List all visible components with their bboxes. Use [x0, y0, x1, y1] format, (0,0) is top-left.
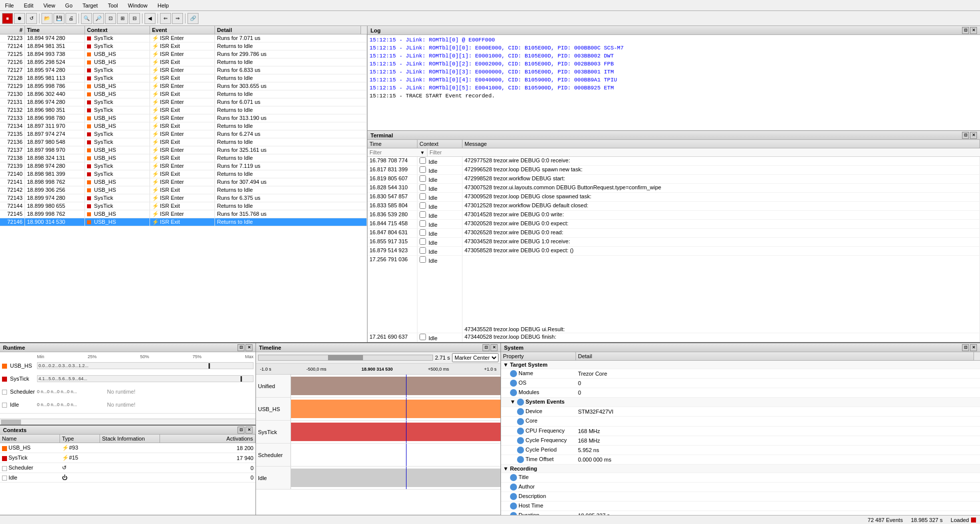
menu-go[interactable]: Go [62, 1, 76, 9]
contexts-table-body[interactable]: USB_HS ⚡#93 18 200 SysTick ⚡#15 17 940 S… [0, 443, 256, 515]
tcell-checkbox[interactable] [420, 256, 426, 263]
table-row[interactable]: 72139 18.898 974 280 SysTick ⚡ISR Enter … [0, 162, 367, 170]
sys-col-header-detail[interactable]: Detail [576, 352, 974, 360]
sys-row[interactable]: ▼ Recording [501, 465, 980, 473]
table-row[interactable]: 72126 18.895 298 524 USB_HS ⚡ISR Exit Re… [0, 58, 367, 66]
terminal-close-btn[interactable]: ✕ [970, 132, 977, 139]
sys-row[interactable]: ▼ System Events [501, 398, 980, 407]
terminal-row[interactable]: 17.261 690 637 Idle 473440528 trezor.loo… [368, 333, 980, 342]
nav-fwd-button[interactable]: ⇒ [172, 13, 183, 24]
terminal-col-time[interactable]: Time [368, 140, 418, 148]
record-button[interactable]: ⏺ [14, 13, 25, 24]
table-row[interactable]: 72127 18.895 974 280 SysTick ⚡ISR Enter … [0, 66, 367, 74]
terminal-col-message[interactable]: Message [462, 140, 980, 148]
table-row[interactable]: 72133 18.896 998 780 USB_HS ⚡ISR Enter R… [0, 114, 367, 122]
terminal-row[interactable]: 16.798 708 774 Idle 472977528 trezor.wir… [368, 157, 980, 166]
col-header-detail[interactable]: Detail [215, 26, 361, 34]
table-row[interactable]: 72128 18.895 981 113 SysTick ⚡ISR Exit R… [0, 74, 367, 82]
table-row[interactable]: 72138 18.898 324 131 USB_HS ⚡ISR Exit Re… [0, 154, 367, 162]
nav-prev-button[interactable]: ◀ [144, 13, 156, 24]
log-detach-btn[interactable]: ⊡ [962, 27, 969, 34]
runtime-hscroll[interactable] [0, 419, 256, 425]
runtime-hscroll-thumb[interactable] [1, 420, 21, 425]
tcell-checkbox[interactable] [420, 211, 426, 218]
menu-target[interactable]: Target [80, 1, 101, 9]
terminal-row[interactable]: 16.817 831 399 Idle 472996528 trezor.loo… [368, 166, 980, 175]
terminal-body[interactable]: 16.798 708 774 Idle 472977528 trezor.wir… [368, 157, 980, 342]
table-row[interactable]: 72145 18.899 998 762 USB_HS ⚡ISR Enter R… [0, 210, 367, 218]
table-row[interactable]: 72136 18.897 980 548 SysTick ⚡ISR Exit R… [0, 138, 367, 146]
ctx-col-header-act[interactable]: Activations [160, 435, 256, 443]
timeline-scrollbar[interactable] [258, 355, 433, 361]
open-button[interactable]: 📂 [42, 13, 52, 24]
ctx-row[interactable]: SysTick ⚡#15 17 940 [0, 453, 256, 463]
sys-row[interactable]: ▼ Target System [501, 361, 980, 369]
system-close-btn[interactable]: ✕ [970, 344, 977, 351]
zoom-select-button[interactable]: ⊞ [117, 13, 128, 24]
log-content[interactable]: 15:12:15 - JLink: ROMTbl[0] @ E00FF00015… [368, 35, 980, 130]
event-table-body[interactable]: 72123 18.894 974 280 SysTick ⚡ISR Enter … [0, 34, 367, 342]
table-row[interactable]: 72134 18.897 311 970 USB_HS ⚡ISR Exit Re… [0, 122, 367, 130]
system-detach-btn[interactable]: ⊡ [962, 344, 969, 351]
terminal-detach-btn[interactable]: ⊡ [962, 132, 969, 139]
ctx-col-header-type[interactable]: Type [60, 435, 100, 443]
terminal-row[interactable]: 16.879 514 923 Idle 473058528 trezor.wir… [368, 247, 980, 256]
terminal-row[interactable]: 16.844 715 458 Idle 473020528 trezor.wir… [368, 220, 980, 229]
timeline-close-btn[interactable]: ✕ [490, 344, 498, 351]
ctx-col-header-name[interactable]: Name [0, 435, 60, 443]
menu-view[interactable]: View [40, 1, 58, 9]
save-button[interactable]: 💾 [54, 13, 64, 24]
terminal-col-context[interactable]: Context [418, 140, 462, 148]
ctx-col-header-stack[interactable]: Stack Information [100, 435, 160, 443]
tcell-checkbox[interactable] [420, 157, 426, 164]
zoom-in-button[interactable]: 🔍 [81, 13, 92, 24]
log-close-btn[interactable]: ✕ [970, 27, 977, 34]
table-row[interactable]: 72131 18.896 974 280 SysTick ⚡ISR Enter … [0, 98, 367, 106]
terminal-row[interactable]: 17.256 791 036 Idle 473435528 trezor.loo… [368, 256, 980, 333]
menu-help[interactable]: Help [154, 1, 172, 9]
table-row[interactable]: 72129 18.895 998 786 USB_HS ⚡ISR Enter R… [0, 82, 367, 90]
menu-file[interactable]: File [2, 1, 17, 9]
terminal-row[interactable]: 16.847 804 631 Idle 473026528 trezor.wir… [368, 229, 980, 238]
table-row[interactable]: 72142 18.899 306 256 USB_HS ⚡ISR Exit Re… [0, 186, 367, 194]
nav-back-button[interactable]: ⇐ [160, 13, 171, 24]
print-button[interactable]: 🖨 [66, 13, 76, 24]
col-header-time[interactable]: Time [25, 26, 85, 34]
tcell-checkbox[interactable] [420, 238, 426, 245]
terminal-row[interactable]: 16.819 805 607 Idle 472998528 trezor.wor… [368, 175, 980, 184]
table-row[interactable]: 72135 18.897 974 274 SysTick ⚡ISR Enter … [0, 130, 367, 138]
system-table-body[interactable]: ▼ Target System Name Trezor Core OS 0 Mo… [501, 361, 980, 521]
table-row[interactable]: 72132 18.896 980 351 SysTick ⚡ISR Exit R… [0, 106, 367, 114]
filter-dropdown-btn[interactable]: ▾ [418, 148, 428, 156]
sys-col-header-prop[interactable]: Property [501, 352, 576, 360]
tcell-checkbox[interactable] [420, 166, 426, 173]
refresh-button[interactable]: ↺ [26, 13, 37, 24]
terminal-row[interactable]: 16.836 539 280 Idle 473014528 trezor.wir… [368, 211, 980, 220]
tcell-checkbox[interactable] [420, 202, 426, 209]
ctx-row[interactable]: Scheduler ↺ 0 [0, 463, 256, 473]
table-row[interactable]: 72125 18.894 993 738 USB_HS ⚡ISR Enter R… [0, 50, 367, 58]
terminal-filter-message[interactable] [428, 148, 980, 156]
terminal-row[interactable]: 16.828 544 310 Idle 473007528 trezor.ui.… [368, 184, 980, 193]
tcell-checkbox[interactable] [420, 247, 426, 254]
table-row[interactable]: 72130 18.896 302 440 USB_HS ⚡ISR Exit Re… [0, 90, 367, 98]
zoom-fit-button[interactable]: ⊡ [105, 13, 116, 24]
table-row[interactable]: 72146 18.900 314 530 USB_HS ⚡ISR Exit Re… [0, 218, 367, 226]
table-row[interactable]: 72143 18.899 974 280 SysTick ⚡ISR Enter … [0, 194, 367, 202]
tcell-checkbox[interactable] [420, 193, 426, 200]
connect-button[interactable]: 🔗 [188, 13, 198, 24]
zoom-out-button[interactable]: 🔎 [93, 13, 104, 24]
tcell-checkbox[interactable] [420, 175, 426, 182]
zoom-all-button[interactable]: ⊟ [129, 13, 140, 24]
timeline-marker-select[interactable]: Marker Center [452, 353, 498, 362]
menu-tool[interactable]: Tool [105, 1, 121, 9]
runtime-close-btn[interactable]: ✕ [246, 344, 252, 351]
ctx-row[interactable]: Idle ⏻ 0 [0, 473, 256, 483]
stop-button[interactable]: ■ [2, 13, 13, 24]
table-row[interactable]: 72137 18.897 998 970 USB_HS ⚡ISR Enter R… [0, 146, 367, 154]
terminal-row[interactable]: 16.833 585 804 Idle 473012528 trezor.wor… [368, 202, 980, 211]
timeline-scrollbar-thumb[interactable] [328, 355, 363, 360]
table-row[interactable]: 72144 18.899 980 655 SysTick ⚡ISR Exit R… [0, 202, 367, 210]
col-header-context[interactable]: Context [85, 26, 150, 34]
ctx-row[interactable]: USB_HS ⚡#93 18 200 [0, 443, 256, 453]
